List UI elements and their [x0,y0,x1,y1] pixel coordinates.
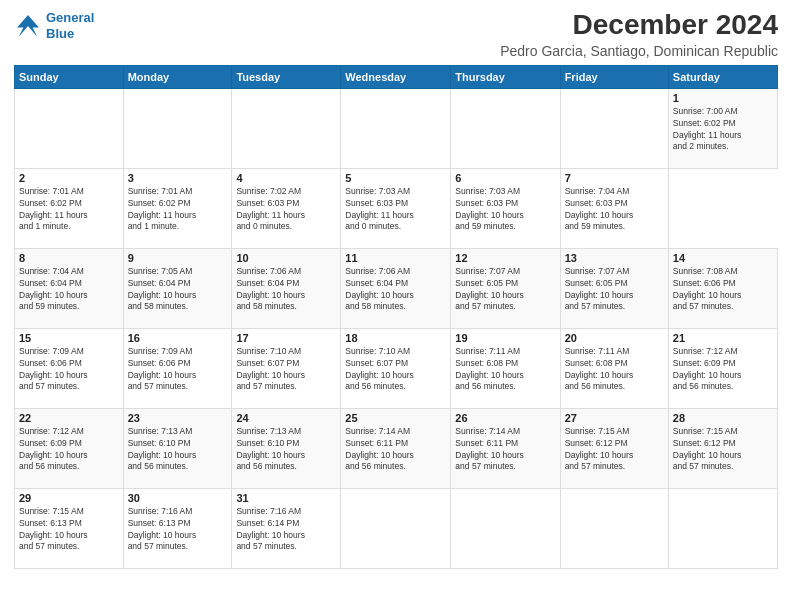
day-number: 17 [236,332,336,344]
day-info: Sunrise: 7:15 AMSunset: 6:12 PMDaylight:… [565,426,664,474]
calendar-cell: 13Sunrise: 7:07 AMSunset: 6:05 PMDayligh… [560,248,668,328]
day-info: Sunrise: 7:14 AMSunset: 6:11 PMDaylight:… [455,426,555,474]
day-info: Sunrise: 7:04 AMSunset: 6:04 PMDaylight:… [19,266,119,314]
day-number: 4 [236,172,336,184]
calendar-cell [560,488,668,568]
logo-general: General [46,10,94,25]
calendar-cell: 28Sunrise: 7:15 AMSunset: 6:12 PMDayligh… [668,408,777,488]
col-sunday: Sunday [15,65,124,88]
calendar-cell: 2Sunrise: 7:01 AMSunset: 6:02 PMDaylight… [15,168,124,248]
calendar-table: Sunday Monday Tuesday Wednesday Thursday… [14,65,778,569]
day-info: Sunrise: 7:11 AMSunset: 6:08 PMDaylight:… [565,346,664,394]
calendar-cell: 27Sunrise: 7:15 AMSunset: 6:12 PMDayligh… [560,408,668,488]
calendar-week-2: 8Sunrise: 7:04 AMSunset: 6:04 PMDaylight… [15,248,778,328]
calendar-cell: 14Sunrise: 7:08 AMSunset: 6:06 PMDayligh… [668,248,777,328]
day-number: 30 [128,492,228,504]
day-number: 6 [455,172,555,184]
day-number: 9 [128,252,228,264]
calendar-cell-empty [15,88,124,168]
logo-blue: Blue [46,26,94,42]
day-number: 10 [236,252,336,264]
day-info: Sunrise: 7:02 AMSunset: 6:03 PMDaylight:… [236,186,336,234]
day-number: 7 [565,172,664,184]
calendar-cell: 21Sunrise: 7:12 AMSunset: 6:09 PMDayligh… [668,328,777,408]
calendar-cell: 25Sunrise: 7:14 AMSunset: 6:11 PMDayligh… [341,408,451,488]
day-number: 18 [345,332,446,344]
logo-icon [14,12,42,40]
day-info: Sunrise: 7:09 AMSunset: 6:06 PMDaylight:… [19,346,119,394]
col-tuesday: Tuesday [232,65,341,88]
calendar-cell: 12Sunrise: 7:07 AMSunset: 6:05 PMDayligh… [451,248,560,328]
calendar-cell-empty [232,88,341,168]
calendar-week-0: 1Sunrise: 7:00 AMSunset: 6:02 PMDaylight… [15,88,778,168]
calendar-cell: 17Sunrise: 7:10 AMSunset: 6:07 PMDayligh… [232,328,341,408]
col-monday: Monday [123,65,232,88]
day-number: 28 [673,412,773,424]
calendar-cell [341,488,451,568]
title-area: December 2024 Pedro Garcia, Santiago, Do… [500,10,778,59]
day-number: 8 [19,252,119,264]
calendar-cell: 7Sunrise: 7:04 AMSunset: 6:03 PMDaylight… [560,168,668,248]
day-info: Sunrise: 7:15 AMSunset: 6:13 PMDaylight:… [19,506,119,554]
day-number: 26 [455,412,555,424]
day-number: 14 [673,252,773,264]
day-info: Sunrise: 7:00 AMSunset: 6:02 PMDaylight:… [673,106,773,154]
calendar-cell: 22Sunrise: 7:12 AMSunset: 6:09 PMDayligh… [15,408,124,488]
calendar-cell: 1Sunrise: 7:00 AMSunset: 6:02 PMDaylight… [668,88,777,168]
calendar-cell-empty [451,88,560,168]
day-info: Sunrise: 7:06 AMSunset: 6:04 PMDaylight:… [345,266,446,314]
col-thursday: Thursday [451,65,560,88]
calendar-week-3: 15Sunrise: 7:09 AMSunset: 6:06 PMDayligh… [15,328,778,408]
day-number: 12 [455,252,555,264]
page: General Blue December 2024 Pedro Garcia,… [0,0,792,612]
day-info: Sunrise: 7:01 AMSunset: 6:02 PMDaylight:… [128,186,228,234]
day-info: Sunrise: 7:10 AMSunset: 6:07 PMDaylight:… [236,346,336,394]
day-info: Sunrise: 7:07 AMSunset: 6:05 PMDaylight:… [565,266,664,314]
header: General Blue December 2024 Pedro Garcia,… [14,10,778,59]
day-info: Sunrise: 7:01 AMSunset: 6:02 PMDaylight:… [19,186,119,234]
calendar-week-1: 2Sunrise: 7:01 AMSunset: 6:02 PMDaylight… [15,168,778,248]
day-number: 19 [455,332,555,344]
day-number: 5 [345,172,446,184]
col-wednesday: Wednesday [341,65,451,88]
day-number: 25 [345,412,446,424]
day-number: 13 [565,252,664,264]
day-number: 3 [128,172,228,184]
calendar-cell: 16Sunrise: 7:09 AMSunset: 6:06 PMDayligh… [123,328,232,408]
calendar-cell: 8Sunrise: 7:04 AMSunset: 6:04 PMDaylight… [15,248,124,328]
day-number: 2 [19,172,119,184]
calendar-header-row: Sunday Monday Tuesday Wednesday Thursday… [15,65,778,88]
day-info: Sunrise: 7:07 AMSunset: 6:05 PMDaylight:… [455,266,555,314]
calendar-cell: 23Sunrise: 7:13 AMSunset: 6:10 PMDayligh… [123,408,232,488]
day-number: 22 [19,412,119,424]
day-info: Sunrise: 7:10 AMSunset: 6:07 PMDaylight:… [345,346,446,394]
day-info: Sunrise: 7:09 AMSunset: 6:06 PMDaylight:… [128,346,228,394]
day-number: 15 [19,332,119,344]
day-number: 20 [565,332,664,344]
day-info: Sunrise: 7:14 AMSunset: 6:11 PMDaylight:… [345,426,446,474]
calendar-cell: 31Sunrise: 7:16 AMSunset: 6:14 PMDayligh… [232,488,341,568]
page-title: December 2024 [500,10,778,41]
day-number: 29 [19,492,119,504]
day-info: Sunrise: 7:12 AMSunset: 6:09 PMDaylight:… [19,426,119,474]
calendar-cell: 9Sunrise: 7:05 AMSunset: 6:04 PMDaylight… [123,248,232,328]
calendar-cell: 19Sunrise: 7:11 AMSunset: 6:08 PMDayligh… [451,328,560,408]
calendar-cell-empty [341,88,451,168]
calendar-cell-empty [123,88,232,168]
day-info: Sunrise: 7:15 AMSunset: 6:12 PMDaylight:… [673,426,773,474]
logo: General Blue [14,10,94,41]
day-info: Sunrise: 7:12 AMSunset: 6:09 PMDaylight:… [673,346,773,394]
logo-text: General Blue [46,10,94,41]
day-info: Sunrise: 7:03 AMSunset: 6:03 PMDaylight:… [455,186,555,234]
day-number: 1 [673,92,773,104]
calendar-cell: 6Sunrise: 7:03 AMSunset: 6:03 PMDaylight… [451,168,560,248]
calendar-cell: 29Sunrise: 7:15 AMSunset: 6:13 PMDayligh… [15,488,124,568]
calendar-cell: 18Sunrise: 7:10 AMSunset: 6:07 PMDayligh… [341,328,451,408]
day-info: Sunrise: 7:03 AMSunset: 6:03 PMDaylight:… [345,186,446,234]
calendar-cell-empty [560,88,668,168]
calendar-cell: 20Sunrise: 7:11 AMSunset: 6:08 PMDayligh… [560,328,668,408]
calendar-cell: 10Sunrise: 7:06 AMSunset: 6:04 PMDayligh… [232,248,341,328]
day-info: Sunrise: 7:16 AMSunset: 6:13 PMDaylight:… [128,506,228,554]
day-number: 11 [345,252,446,264]
day-info: Sunrise: 7:13 AMSunset: 6:10 PMDaylight:… [128,426,228,474]
